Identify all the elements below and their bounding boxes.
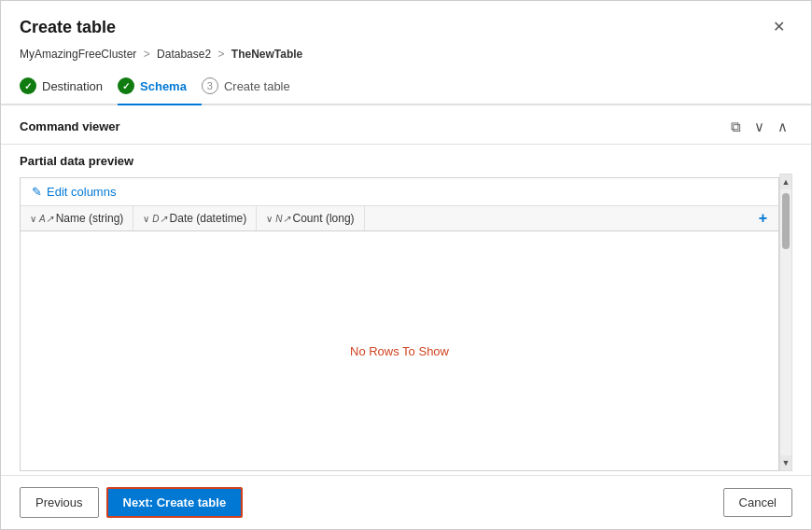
- footer-left-actions: Previous Next: Create table: [20, 487, 243, 518]
- cancel-button[interactable]: Cancel: [723, 488, 792, 517]
- breadcrumb-database: Database2: [157, 48, 211, 61]
- dialog-title: Create table: [20, 18, 116, 37]
- column-headers: ∨ A↗ Name (string) ∨ D↗ Date (datetime) …: [21, 206, 778, 231]
- data-table-container: ✎ Edit columns ∨ A↗ Name (string) ∨ D↗ D…: [20, 177, 779, 471]
- step-create-table-num-icon: 3: [202, 77, 218, 94]
- name-type-icon: A↗: [39, 214, 53, 224]
- command-viewer-actions: ⧉ ∨ ∧: [726, 117, 792, 136]
- step-destination[interactable]: ✓ Destination: [20, 70, 118, 104]
- scrollbar-up-button[interactable]: ▲: [780, 174, 791, 189]
- col-header-date[interactable]: ∨ D↗ Date (datetime): [133, 206, 257, 230]
- add-column-button[interactable]: +: [753, 209, 773, 228]
- scrollbar-track: [780, 189, 791, 455]
- collapse-button[interactable]: ∨: [749, 117, 769, 136]
- partial-data-preview-title: Partial data preview: [1, 145, 811, 174]
- edit-columns-bar: ✎ Edit columns: [21, 178, 778, 206]
- breadcrumb-table: TheNewTable: [231, 48, 302, 61]
- copy-button[interactable]: ⧉: [726, 117, 746, 136]
- col-header-count[interactable]: ∨ N↗ Count (long): [257, 206, 364, 230]
- scrollbar-thumb[interactable]: [782, 193, 790, 249]
- date-sort-icon: ∨: [143, 214, 149, 224]
- dialog-body: Command viewer ⧉ ∨ ∧ Partial data previe…: [1, 105, 811, 475]
- dialog-header: Create table ✕: [1, 1, 811, 48]
- close-button[interactable]: ✕: [765, 16, 792, 38]
- expand-button[interactable]: ∧: [773, 117, 792, 136]
- edit-columns-link[interactable]: ✎ Edit columns: [32, 185, 116, 199]
- step-schema[interactable]: ✓ Schema: [118, 70, 202, 104]
- date-type-icon: D↗: [152, 214, 166, 224]
- no-rows-message: No Rows To Show: [21, 231, 778, 470]
- steps-bar: ✓ Destination ✓ Schema 3 Create table: [1, 70, 811, 105]
- step-schema-check-icon: ✓: [118, 77, 134, 94]
- create-table-dialog: Create table ✕ MyAmazingFreeCluster > Da…: [0, 0, 812, 530]
- pencil-icon: ✎: [32, 185, 42, 199]
- step-destination-label: Destination: [42, 79, 103, 93]
- step-schema-label: Schema: [140, 79, 187, 93]
- breadcrumb-sep1: >: [144, 48, 150, 61]
- breadcrumb: MyAmazingFreeCluster > Database2 > TheNe…: [1, 48, 811, 70]
- next-create-table-button[interactable]: Next: Create table: [106, 487, 244, 518]
- command-viewer-title: Command viewer: [20, 119, 120, 133]
- scrollbar-down-button[interactable]: ▼: [780, 455, 791, 470]
- col-header-date-label: Date (datetime): [170, 212, 247, 225]
- command-viewer-header: Command viewer ⧉ ∨ ∧: [1, 105, 811, 145]
- name-sort-icon: ∨: [30, 214, 36, 224]
- count-sort-icon: ∨: [266, 214, 273, 224]
- col-header-count-label: Count (long): [293, 212, 355, 225]
- breadcrumb-cluster: MyAmazingFreeCluster: [20, 48, 136, 61]
- step-destination-check-icon: ✓: [20, 77, 36, 94]
- col-header-name-label: Name (string): [56, 212, 124, 225]
- step-create-table-label: Create table: [224, 79, 290, 93]
- col-header-name[interactable]: ∨ A↗ Name (string): [21, 206, 133, 230]
- scrollbar[interactable]: ▲ ▼: [779, 174, 792, 471]
- dialog-footer: Previous Next: Create table Cancel: [1, 475, 811, 529]
- step-create-table[interactable]: 3 Create table: [202, 70, 305, 104]
- breadcrumb-sep2: >: [217, 48, 224, 61]
- previous-button[interactable]: Previous: [20, 487, 99, 518]
- edit-columns-label: Edit columns: [47, 185, 116, 199]
- count-type-icon: N↗: [275, 214, 289, 224]
